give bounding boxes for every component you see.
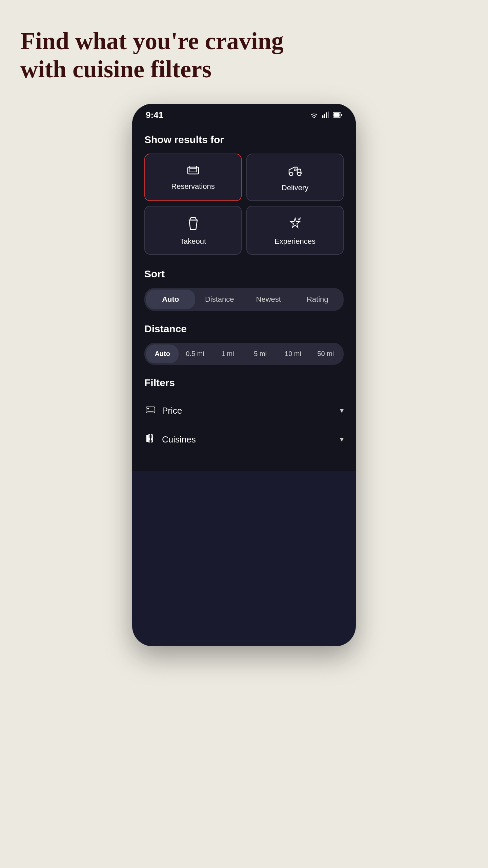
sort-section: Sort Auto Distance Newest Rating xyxy=(144,268,344,311)
svg-rect-7 xyxy=(188,167,199,174)
svg-rect-8 xyxy=(190,169,197,172)
phone-notch xyxy=(230,104,258,113)
distance-segment-group: Auto 0.5 mi 1 mi 5 mi 10 mi 50 mi xyxy=(144,343,344,365)
app-content: Show results for Reservations xyxy=(132,124,356,471)
svg-point-13 xyxy=(294,169,296,171)
battery-icon xyxy=(333,112,342,118)
svg-point-14 xyxy=(298,218,300,220)
filters-title: Filters xyxy=(144,377,344,389)
delivery-button[interactable]: Delivery xyxy=(246,154,344,201)
takeout-button[interactable]: Takeout xyxy=(144,206,242,255)
wifi-icon xyxy=(310,112,319,118)
price-filter-item[interactable]: Price ▾ xyxy=(144,397,344,425)
price-tag-icon xyxy=(144,405,157,417)
delivery-label: Delivery xyxy=(282,183,308,192)
price-filter-label: Price xyxy=(162,406,182,416)
show-results-title: Show results for xyxy=(144,134,344,145)
svg-rect-3 xyxy=(328,112,329,118)
svg-point-18 xyxy=(147,408,149,409)
distance-section: Distance Auto 0.5 mi 1 mi 5 mi 10 mi 50 … xyxy=(144,323,344,365)
distance-half-button[interactable]: 0.5 mi xyxy=(179,344,211,363)
distance-five-button[interactable]: 5 mi xyxy=(244,344,277,363)
experiences-button[interactable]: Experiences xyxy=(246,206,344,255)
sort-rating-button[interactable]: Rating xyxy=(293,290,342,309)
sort-newest-button[interactable]: Newest xyxy=(244,290,293,309)
distance-auto-button[interactable]: Auto xyxy=(146,344,179,363)
cuisines-filter-label: Cuisines xyxy=(162,434,196,445)
svg-rect-0 xyxy=(322,115,323,118)
takeout-icon xyxy=(187,217,199,233)
filters-section: Filters Price ▾ xyxy=(144,377,344,454)
svg-point-15 xyxy=(300,217,301,219)
svg-rect-1 xyxy=(324,114,325,118)
svg-point-12 xyxy=(298,172,301,176)
experiences-icon xyxy=(288,217,302,233)
takeout-label: Takeout xyxy=(180,237,206,246)
sort-segment-group: Auto Distance Newest Rating xyxy=(144,288,344,311)
sort-title: Sort xyxy=(144,268,344,280)
svg-point-16 xyxy=(297,217,298,218)
page-headline: Find what you're craving with cuisine fi… xyxy=(20,27,298,83)
distance-one-button[interactable]: 1 mi xyxy=(211,344,244,363)
cuisines-chevron-icon: ▾ xyxy=(340,435,344,444)
sort-auto-button[interactable]: Auto xyxy=(146,290,195,309)
svg-rect-22 xyxy=(148,439,150,442)
price-filter-left: Price xyxy=(144,405,182,417)
distance-fifty-button[interactable]: 50 mi xyxy=(309,344,342,363)
svg-rect-6 xyxy=(341,114,342,116)
experiences-label: Experiences xyxy=(274,237,316,246)
cuisines-filter-left: Cuisines xyxy=(144,433,196,446)
headline-section: Find what you're craving with cuisine fi… xyxy=(20,27,298,83)
reservations-label: Reservations xyxy=(171,182,215,191)
results-grid: Reservations Delivery xyxy=(144,154,344,255)
cuisines-filter-item[interactable]: Cuisines ▾ xyxy=(144,425,344,454)
svg-rect-2 xyxy=(326,112,327,118)
signal-icon xyxy=(322,112,329,118)
svg-rect-24 xyxy=(151,439,152,442)
cuisine-icon xyxy=(144,433,157,446)
svg-rect-17 xyxy=(146,407,155,413)
svg-rect-20 xyxy=(146,435,148,442)
price-chevron-icon: ▾ xyxy=(340,406,344,415)
reservations-icon xyxy=(186,164,200,178)
sort-distance-button[interactable]: Distance xyxy=(195,290,244,309)
status-icons xyxy=(310,112,342,118)
distance-title: Distance xyxy=(144,323,344,335)
status-time: 9:41 xyxy=(146,110,163,120)
reservations-button[interactable]: Reservations xyxy=(144,154,242,201)
phone-mockup: 9:41 Show results for xyxy=(132,104,356,646)
delivery-icon xyxy=(288,164,303,179)
show-results-section: Show results for Reservations xyxy=(144,134,344,255)
svg-rect-5 xyxy=(333,113,340,117)
svg-point-11 xyxy=(289,172,293,176)
distance-ten-button[interactable]: 10 mi xyxy=(277,344,309,363)
